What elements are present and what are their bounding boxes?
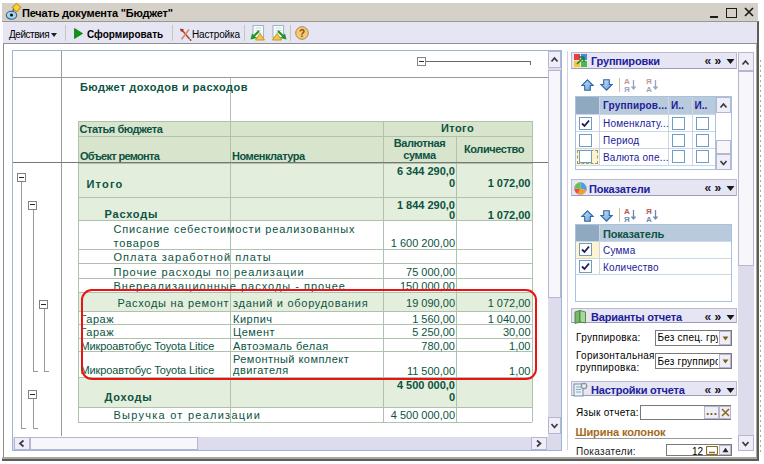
svg-text:А: А (646, 85, 652, 93)
svg-text:Я: Я (624, 215, 630, 223)
svg-text:А: А (646, 215, 652, 223)
svg-text:?: ? (299, 28, 305, 39)
svg-text:Я: Я (624, 85, 630, 93)
